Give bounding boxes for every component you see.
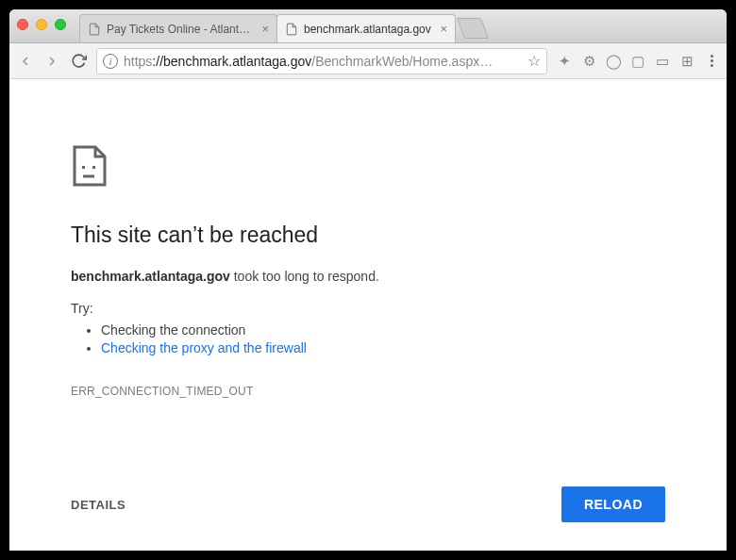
url-text: https://benchmark.atlantaga.gov/Benchmar… [124,54,522,69]
traffic-lights [17,19,66,30]
error-title: This site can’t be reached [71,222,665,248]
window-close-button[interactable] [17,19,28,30]
list-item: Checking the connection [101,322,665,338]
dash-icon[interactable]: ▭ [655,54,670,69]
details-button[interactable]: DETAILS [71,498,125,512]
note-icon[interactable]: ▢ [630,54,645,69]
sad-document-icon [71,145,109,187]
reload-nav-button[interactable] [70,53,87,70]
tab-strip: Pay Tickets Online - Atlanta, G × benchm… [79,14,485,42]
extension-icons: ✦ ⚙ ◯ ▢ ▭ ⊞ [557,54,719,69]
circle-icon[interactable]: ◯ [606,54,621,69]
bookmark-star-icon[interactable]: ☆ [527,52,541,70]
puzzle-icon[interactable]: ✦ [557,54,572,69]
toolbar: i https://benchmark.atlantaga.gov/Benchm… [9,43,727,79]
error-footer: DETAILS RELOAD [71,486,665,522]
tab-label: Pay Tickets Online - Atlanta, G [107,23,256,36]
close-icon[interactable]: × [261,22,269,36]
forward-button[interactable] [43,53,60,70]
barcode-icon[interactable]: ⊞ [679,54,694,69]
reload-button[interactable]: RELOAD [561,486,665,522]
menu-button[interactable] [704,54,719,69]
try-list: Checking the connection Checking the pro… [101,320,665,358]
address-bar[interactable]: i https://benchmark.atlantaga.gov/Benchm… [96,48,547,74]
back-button[interactable] [17,53,34,70]
list-item: Checking the proxy and the firewall [101,340,665,355]
browser-window: Pay Tickets Online - Atlanta, G × benchm… [9,9,727,551]
titlebar: Pay Tickets Online - Atlanta, G × benchm… [9,9,727,43]
error-subtitle: benchmark.atlantaga.gov took too long to… [71,269,665,284]
window-minimize-button[interactable] [36,19,47,30]
page-content: This site can’t be reached benchmark.atl… [9,79,727,551]
try-label: Try: [71,301,665,316]
window-maximize-button[interactable] [55,19,66,30]
error-code: ERR_CONNECTION_TIMED_OUT [71,385,665,398]
tab-inactive[interactable]: Pay Tickets Online - Atlanta, G × [79,14,277,42]
tab-active[interactable]: benchmark.atlantaga.gov × [276,14,456,42]
gear-icon[interactable]: ⚙ [581,54,596,69]
close-icon[interactable]: × [440,22,447,36]
file-icon [285,23,298,36]
new-tab-button[interactable] [457,18,489,39]
svg-rect-1 [92,166,95,169]
proxy-firewall-link[interactable]: Checking the proxy and the firewall [101,340,307,355]
site-info-icon[interactable]: i [103,54,118,69]
tab-label: benchmark.atlantaga.gov [304,23,434,36]
file-icon [88,23,101,36]
svg-rect-0 [82,166,85,169]
